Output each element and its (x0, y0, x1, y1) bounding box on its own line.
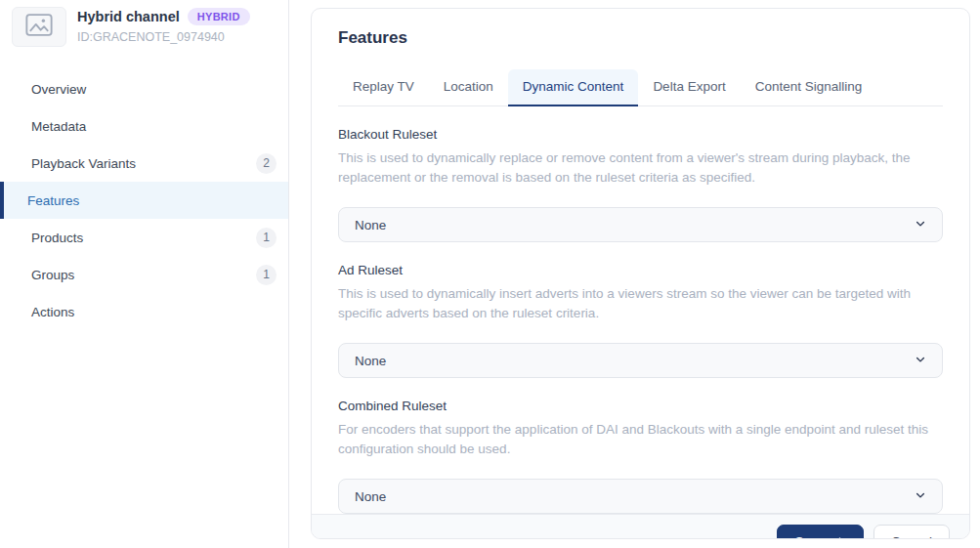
sidebar-item-overview[interactable]: Overview (0, 70, 288, 107)
sidebar-item-label: Features (27, 193, 79, 208)
card-footer: Save Cancel (312, 514, 969, 539)
chevron-down-icon (915, 216, 926, 233)
sidebar: Hybrid channel HYBRID ID:GRACENOTE_09749… (0, 0, 289, 548)
tab-dynamic-content[interactable]: Dynamic Content (508, 69, 639, 106)
channel-header: Hybrid channel HYBRID ID:GRACENOTE_09749… (0, 7, 288, 61)
sidebar-item-label: Actions (31, 305, 74, 319)
section-ad-ruleset: Ad Ruleset This is used to dynamically i… (338, 263, 943, 378)
sidebar-item-metadata[interactable]: Metadata (0, 107, 288, 145)
count-badge: 1 (256, 265, 277, 285)
sidebar-item-actions[interactable]: Actions (0, 293, 288, 330)
selected-value: None (355, 489, 386, 504)
section-description: This is used to dynamically insert adver… (338, 284, 943, 323)
save-button-label: Save (794, 534, 826, 539)
sidebar-item-label: Groups (31, 268, 74, 282)
channel-meta: Hybrid channel HYBRID ID:GRACENOTE_09749… (77, 7, 250, 44)
tab-content-signalling[interactable]: Content Signalling (741, 69, 877, 106)
tab-bar: Replay TV Location Dynamic Content Delta… (338, 69, 943, 106)
chevron-down-icon (915, 352, 926, 369)
sidebar-item-playback-variants[interactable]: Playback Variants 2 (0, 145, 288, 182)
sidebar-item-label: Overview (31, 82, 86, 97)
section-label: Ad Ruleset (338, 263, 943, 277)
chevron-right-icon (836, 534, 846, 539)
channel-type-badge: HYBRID (188, 8, 250, 25)
sidebar-item-features[interactable]: Features (0, 182, 288, 219)
count-badge: 1 (256, 228, 277, 248)
count-badge: 2 (256, 153, 277, 174)
channel-title: Hybrid channel (77, 9, 180, 24)
chevron-down-icon (915, 487, 926, 505)
page-title: Features (338, 28, 943, 48)
cancel-button[interactable]: Cancel (873, 525, 950, 539)
section-combined-ruleset: Combined Ruleset For encoders that suppo… (338, 399, 943, 514)
save-button[interactable]: Save (777, 525, 864, 539)
image-placeholder-icon (25, 14, 53, 40)
features-card: Features Replay TV Location Dynamic Cont… (311, 8, 970, 539)
section-label: Combined Ruleset (338, 399, 943, 413)
sidebar-item-label: Metadata (31, 119, 86, 134)
selected-value: None (355, 218, 386, 232)
sidebar-item-products[interactable]: Products 1 (0, 219, 288, 256)
tab-location[interactable]: Location (429, 69, 508, 106)
cancel-button-label: Cancel (891, 534, 932, 539)
tab-delta-export[interactable]: Delta Export (638, 69, 740, 106)
tab-replay-tv[interactable]: Replay TV (338, 69, 429, 106)
sidebar-item-label: Playback Variants (31, 156, 136, 171)
main-area: Features Replay TV Location Dynamic Cont… (289, 0, 980, 548)
card-body: Features Replay TV Location Dynamic Cont… (312, 9, 969, 514)
section-label: Blackout Ruleset (338, 127, 943, 142)
channel-thumbnail (12, 7, 66, 47)
section-description: This is used to dynamically replace or r… (338, 148, 943, 188)
app-window: Hybrid channel HYBRID ID:GRACENOTE_09749… (0, 0, 980, 548)
sidebar-item-label: Products (31, 231, 83, 245)
sidebar-item-groups[interactable]: Groups 1 (0, 256, 288, 293)
ad-ruleset-select[interactable]: None (338, 343, 943, 378)
section-description: For encoders that support the applicatio… (338, 420, 943, 459)
combined-ruleset-select[interactable]: None (338, 479, 943, 514)
blackout-ruleset-select[interactable]: None (338, 207, 943, 242)
sidebar-nav: Overview Metadata Playback Variants 2 Fe… (0, 70, 288, 330)
channel-id: ID:GRACENOTE_0974940 (77, 30, 250, 44)
section-blackout-ruleset: Blackout Ruleset This is used to dynamic… (338, 127, 943, 242)
selected-value: None (355, 354, 386, 368)
